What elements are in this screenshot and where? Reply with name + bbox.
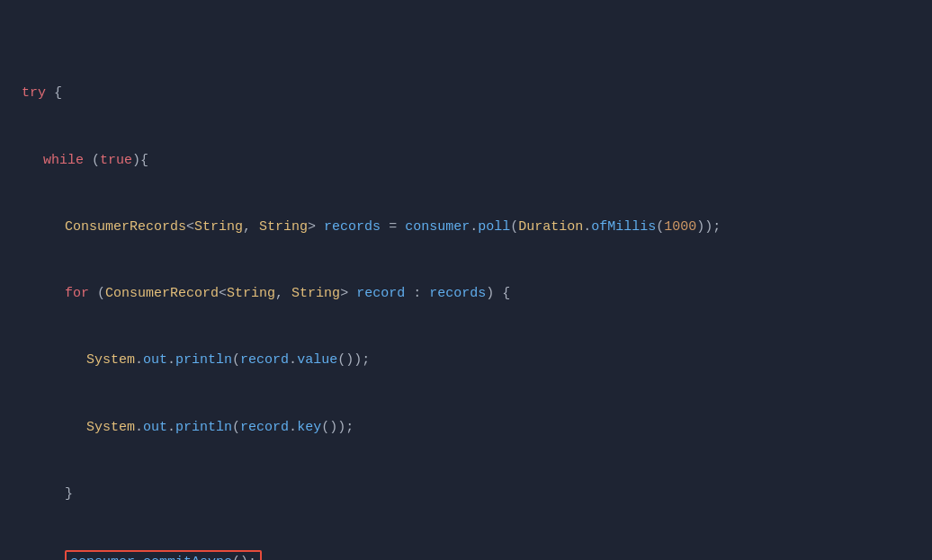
line-5: System.out.println(record.value()); <box>22 350 910 372</box>
line-4: for (ConsumerRecord<String, String> reco… <box>22 283 910 306</box>
commit-async-highlight: consumer.commitAsync(); <box>65 550 262 560</box>
line-8: consumer.commitAsync(); <box>22 550 910 560</box>
code-editor: try { while (true){ ConsumerRecords<Stri… <box>22 16 910 560</box>
line-1: try { <box>22 83 910 105</box>
line-2: while (true){ <box>22 150 910 173</box>
line-3: ConsumerRecords<String, String> records … <box>22 217 910 239</box>
line-7: } <box>22 484 910 506</box>
line-6: System.out.println(record.key()); <box>22 417 910 440</box>
